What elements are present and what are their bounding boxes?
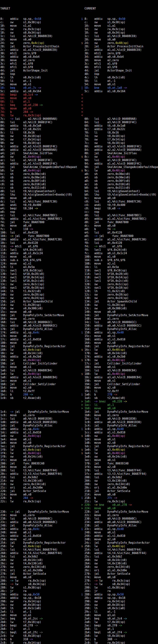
current-line: 2a0:movea3,a1 — [79, 614, 158, 617]
current-line: 1c:luia1,%hi(D_80A88CE0) — [79, 34, 158, 38]
asm-row: 1fc:movea0,s1 1ec:movea0,s1 — [0, 458, 158, 462]
asm-mnemonic: addiu — [10, 420, 23, 424]
asm-operands: a0,s0 — [107, 196, 116, 200]
asm-mnemonic: move — [10, 465, 23, 469]
target-line: a8:swa1,0x44(sp) — [0, 155, 79, 158]
asm-mnemonic: lw — [94, 348, 107, 352]
gutter-marker: > — [81, 407, 85, 410]
asm-address: e8: — [0, 210, 10, 214]
current-line: 30:mtc1zero,$f0 — [79, 52, 158, 55]
asm-operands: a2,s0 — [107, 341, 116, 344]
asm-mnemonic: lui — [94, 34, 107, 38]
asm-operands: t7,s0,0x22c — [107, 128, 125, 131]
gutter-spacer — [81, 207, 85, 210]
asm-mnemonic: lui — [10, 214, 23, 217]
asm-mnemonic: addiu — [10, 48, 23, 52]
target-column: TARGET — [0, 7, 79, 10]
asm-mnemonic: sw — [10, 455, 23, 458]
gutter-spacer — [81, 638, 85, 641]
asm-row: 158:swv0,0x300(s0) 13c:swv0,0x300(s0) — [0, 307, 158, 310]
asm-operands: a0,a0,%lo(D_06000A1C) — [107, 324, 142, 327]
target-line: 168:luia0,%hi(D_06000A1C) — [0, 320, 79, 324]
asm-address: 1b8: — [0, 390, 10, 393]
target-line: 194:swa1,0x44(sp) — [0, 358, 79, 362]
asm-address: 58: — [0, 86, 10, 90]
asm-operands: func_8003ECA8 — [107, 462, 129, 465]
asm-mnemonic: move — [10, 514, 23, 517]
current-line: 2a4:beqv0,at,2c4 ~> — [79, 617, 158, 620]
target-line: 1b4:movea2,s0 — [0, 386, 79, 390]
asm-row: 7c:~>luia2,%hi(D_0600B9A8) 60:luia2,%hi(… — [0, 117, 158, 121]
asm-address: 134: — [0, 276, 10, 279]
asm-address: 204: — [85, 479, 94, 482]
asm-address: 258: — [0, 544, 10, 548]
asm-operands: t2,0xae(s0) — [107, 396, 125, 400]
target-line: 238:luia0,%hi(D_0600BA8C) — [0, 517, 79, 520]
asm-address: 29c: — [85, 610, 94, 614]
target-line — [0, 400, 79, 403]
asm-row: >224:movea0,s0 — [0, 507, 158, 510]
asm-row: 5c:addiua1,s0,0x164 5c:addiua1,s0,0x164 — [0, 90, 158, 93]
target-line: 1a8:addiua3,a3,%lo(D_80A88CB4) — [0, 376, 79, 379]
current-line: 2a8:lwt7,0x18(sp) — [79, 620, 158, 624]
asm-address: 1fc: — [0, 458, 10, 462]
asm-operand-segment: zero, — [23, 41, 31, 45]
target-line: 100:luiat,0x4120 — [0, 231, 79, 234]
asm-operands: t8,0x16 — [107, 131, 119, 134]
current-line: 258:addiut4,t4,%lo(func_80A87F44) — [79, 552, 158, 555]
asm-mnemonic: move — [10, 317, 23, 320]
asm-mnemonic: swc1 — [94, 269, 107, 272]
asm-row: 2ac:beqv0,at,2cc ~> 2a4:beqv0,at,2c4 ~> — [0, 617, 158, 620]
asm-address: 6c: — [0, 104, 10, 107]
asm-row: 10:moves1,a1 10:moves1,a1 — [0, 24, 158, 28]
asm-row: 22c:lwra,0x3c(sp) 21c:lwra,0x3c(sp) — [0, 500, 158, 503]
gutter-spacer — [81, 472, 85, 476]
asm-operands: a3,%hi(D_06001F4C) — [23, 121, 53, 124]
target-line: 214:swt3,0x130(s0) — [0, 479, 79, 482]
asm-mnemonic: sw — [94, 31, 107, 34]
asm-mnemonic: move — [94, 38, 107, 41]
target-line: 1f4:lwa1,0x44(sp) — [0, 452, 79, 455]
asm-mnemonic: addiu — [10, 55, 23, 58]
asm-operand-segment: 0x48(sp) — [112, 448, 125, 451]
asm-operands: s0,0x34(sp) — [112, 582, 130, 586]
asm-operands: zero,0x30f(s0) — [107, 179, 130, 182]
asm-operands: Collider_InitCylinder — [107, 362, 142, 365]
gutter-spacer — [81, 28, 85, 31]
gutter-spacer — [81, 52, 85, 55]
target-line: c:sws1,0x38(sp) — [0, 21, 79, 24]
asm-mnemonic: move — [10, 334, 23, 338]
asm-address: 280: — [0, 579, 10, 582]
asm-operands: v0,at,2fc — [23, 631, 38, 634]
asm-operands: at,-1 — [23, 79, 31, 82]
branch-target-arrow-icon: ~> — [10, 234, 15, 238]
asm-operands: a3,$f0 — [107, 66, 117, 69]
asm-mnemonic: lui — [10, 200, 23, 203]
asm-address: 88: — [0, 128, 10, 131]
asm-mnemonic: mtc1 — [99, 245, 112, 248]
target-line: 288:lws1,0x38(sp) — [0, 586, 79, 590]
asm-mnemonic: sh — [94, 172, 107, 176]
target-line: 208:luit3,%hi(func_80A87F44) — [0, 469, 79, 472]
asm-mnemonic: move — [94, 365, 107, 369]
gutter-spacer — [81, 579, 85, 582]
target-line: 198:jalCollider_InitCylinder — [0, 362, 79, 365]
gutter-spacer — [81, 586, 85, 590]
current-line: 248:movea2,s0 — [79, 538, 158, 541]
current-line: 204:swt3,0x130(s0) — [79, 479, 158, 482]
asm-mnemonic: lui — [10, 476, 23, 479]
asm-operands: ActorShape_Init — [23, 69, 48, 72]
asm-mnemonic: mfc1 — [94, 62, 107, 66]
asm-operands: a1,a1,%lo(D_80A88CE0) — [23, 48, 58, 52]
asm-operands: a0,s0 — [23, 196, 31, 200]
asm-mnemonic: nop — [94, 210, 107, 214]
asm-address: 2bc: — [0, 631, 10, 634]
target-line: e8:nop — [0, 210, 79, 214]
target-line: 25c:luit4,%hi(func_80A87F44) — [0, 548, 79, 552]
asm-mnemonic: addiu — [94, 527, 107, 531]
asm-row: 3c:mfc1a1,$f0 3c:mfc1a1,$f0 — [0, 62, 158, 66]
gutter-spacer — [81, 48, 85, 52]
asm-operands: Collider_InitCylinder — [23, 362, 58, 365]
asm-mnemonic: addiu — [10, 534, 23, 538]
asm-mnemonic: b — [10, 638, 23, 641]
